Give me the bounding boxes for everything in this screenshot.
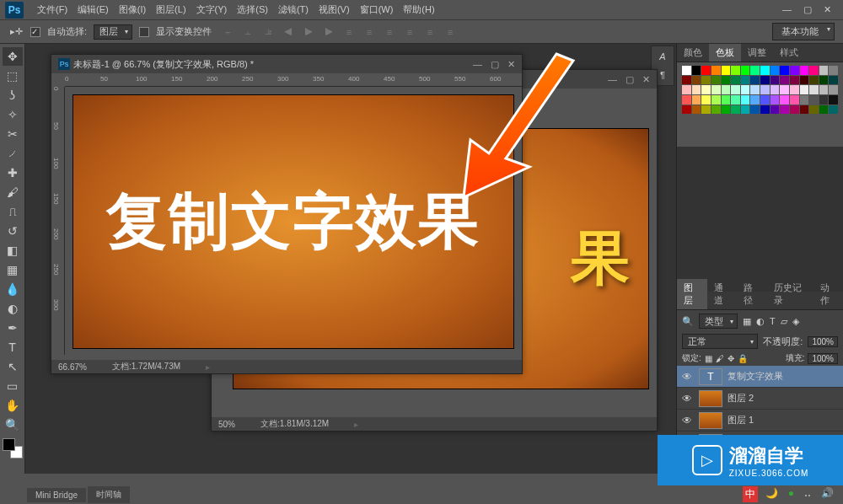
swatch-cell[interactable] bbox=[722, 66, 731, 75]
type-tool[interactable]: T bbox=[3, 338, 23, 357]
swatch-cell[interactable] bbox=[760, 95, 770, 105]
status-arrow-icon[interactable]: ▸ bbox=[206, 362, 210, 372]
doc-close-icon[interactable]: ✕ bbox=[507, 59, 515, 70]
swatch-cell[interactable] bbox=[760, 76, 770, 85]
swatch-cell[interactable] bbox=[829, 95, 838, 105]
distribute-6-icon[interactable]: ≡ bbox=[441, 24, 459, 40]
path-tool[interactable]: ↖ bbox=[3, 357, 23, 376]
swatch-cell[interactable] bbox=[750, 85, 760, 94]
swatch-cell[interactable] bbox=[771, 76, 780, 85]
visibility-icon[interactable]: 👁 bbox=[680, 415, 694, 426]
stamp-tool[interactable]: ⎍ bbox=[3, 202, 23, 221]
swatch-cell[interactable] bbox=[722, 95, 731, 105]
tab-swatches[interactable]: 色板 bbox=[709, 44, 741, 62]
maximize-icon[interactable]: ▢ bbox=[803, 4, 812, 15]
swatch-cell[interactable] bbox=[819, 66, 829, 75]
hand-tool[interactable]: ✋ bbox=[3, 396, 23, 415]
swatch-cell[interactable] bbox=[701, 76, 711, 85]
swatch-cell[interactable] bbox=[692, 105, 701, 115]
swatch-cell[interactable] bbox=[790, 66, 799, 75]
swatch-grid[interactable] bbox=[682, 66, 838, 114]
align-vcenter-icon[interactable]: ⫠ bbox=[239, 24, 257, 40]
lock-trans-icon[interactable]: ▦ bbox=[705, 354, 712, 363]
swatch-cell[interactable] bbox=[809, 105, 819, 115]
swatch-cell[interactable] bbox=[722, 85, 731, 94]
ruler-vertical[interactable]: 050100150200250300 bbox=[51, 87, 65, 355]
eyedropper-tool[interactable]: ⟋ bbox=[3, 144, 23, 163]
swatch-cell[interactable] bbox=[829, 76, 838, 85]
filter-icon[interactable]: 🔍 bbox=[682, 316, 694, 327]
tab-mini-bridge[interactable]: Mini Bridge bbox=[27, 488, 86, 502]
pen-tool[interactable]: ✒ bbox=[3, 319, 23, 337]
blend-mode-dropdown[interactable]: 正常 bbox=[682, 334, 758, 349]
tab-layers[interactable]: 图层 bbox=[677, 279, 707, 309]
align-hcenter-icon[interactable]: ⯈ bbox=[299, 24, 318, 40]
swatch-cell[interactable] bbox=[711, 95, 721, 105]
swatch-cell[interactable] bbox=[741, 95, 750, 105]
blur-tool[interactable]: 💧 bbox=[3, 280, 23, 298]
swatch-cell[interactable] bbox=[771, 95, 780, 105]
swatch-cell[interactable] bbox=[741, 76, 750, 85]
layer-thumbnail[interactable]: T bbox=[699, 368, 722, 385]
swatch-cell[interactable] bbox=[741, 85, 750, 94]
close-icon[interactable]: ✕ bbox=[824, 4, 831, 15]
filter-shape-icon[interactable]: ▱ bbox=[781, 316, 787, 327]
tab-history[interactable]: 历史记录 bbox=[767, 279, 813, 309]
dodge-tool[interactable]: ◐ bbox=[3, 299, 23, 318]
swatch-cell[interactable] bbox=[800, 66, 809, 75]
swatch-cell[interactable] bbox=[760, 66, 770, 75]
opacity-value[interactable]: 100% bbox=[808, 336, 838, 347]
swatch-cell[interactable] bbox=[819, 105, 829, 115]
swatch-cell[interactable] bbox=[800, 95, 809, 105]
menu-edit[interactable]: 编辑(E) bbox=[72, 3, 114, 16]
align-top-icon[interactable]: ⫟ bbox=[218, 24, 237, 40]
swatch-cell[interactable] bbox=[682, 105, 691, 115]
swatch-cell[interactable] bbox=[800, 105, 809, 115]
swatch-cell[interactable] bbox=[780, 66, 789, 75]
auto-select-dropdown[interactable]: 图层 bbox=[94, 24, 132, 40]
swatch-cell[interactable] bbox=[731, 95, 740, 105]
swatch-cell[interactable] bbox=[750, 76, 760, 85]
swatch-cell[interactable] bbox=[722, 105, 731, 115]
distribute-2-icon[interactable]: ≡ bbox=[360, 24, 379, 40]
swatch-cell[interactable] bbox=[819, 95, 829, 105]
swatch-cell[interactable] bbox=[711, 76, 721, 85]
swatch-cell[interactable] bbox=[771, 105, 780, 115]
document-window-front[interactable]: Ps 未标题-1 @ 66.7% (复制文字效果, RGB/8) * — ▢ ✕… bbox=[51, 54, 523, 374]
auto-select-checkbox[interactable] bbox=[30, 27, 40, 37]
filter-smart-icon[interactable]: ◈ bbox=[792, 316, 799, 327]
menu-window[interactable]: 窗口(W) bbox=[355, 3, 399, 16]
tab-actions[interactable]: 动作 bbox=[813, 279, 844, 309]
show-transform-checkbox[interactable] bbox=[139, 27, 149, 37]
minimize-icon[interactable]: — bbox=[782, 4, 792, 15]
swatch-cell[interactable] bbox=[760, 105, 770, 115]
menu-file[interactable]: 文件(F) bbox=[32, 3, 72, 16]
history-brush-tool[interactable]: ↺ bbox=[3, 222, 23, 240]
zoom-value-back[interactable]: 50% bbox=[218, 420, 235, 429]
swatch-cell[interactable] bbox=[750, 66, 760, 75]
wand-tool[interactable]: ✧ bbox=[3, 105, 23, 124]
swatch-cell[interactable] bbox=[711, 85, 721, 94]
color-swatches[interactable] bbox=[3, 438, 23, 458]
distribute-1-icon[interactable]: ≡ bbox=[340, 24, 358, 40]
lock-pos-icon[interactable]: ✥ bbox=[728, 354, 734, 363]
swatch-cell[interactable] bbox=[809, 85, 819, 94]
swatch-cell[interactable] bbox=[819, 76, 829, 85]
status-arrow-icon[interactable]: ▸ bbox=[354, 420, 358, 429]
tab-paths[interactable]: 路径 bbox=[737, 279, 767, 309]
layer-name[interactable]: 图层 2 bbox=[728, 392, 840, 405]
menu-image[interactable]: 图像(I) bbox=[114, 3, 151, 16]
swatch-cell[interactable] bbox=[741, 105, 750, 115]
brush-tool[interactable]: 🖌 bbox=[3, 183, 23, 201]
swatch-cell[interactable] bbox=[809, 66, 819, 75]
filter-pixel-icon[interactable]: ▦ bbox=[743, 316, 751, 327]
swatch-cell[interactable] bbox=[819, 85, 829, 94]
ime-moon-icon[interactable]: 🌙 bbox=[763, 486, 781, 502]
filter-type-icon[interactable]: T bbox=[770, 316, 776, 326]
menu-view[interactable]: 视图(V) bbox=[314, 3, 355, 16]
fill-value[interactable]: 100% bbox=[808, 353, 838, 364]
ime-dot-icon[interactable]: ● bbox=[786, 486, 797, 502]
ime-cn-icon[interactable]: 中 bbox=[743, 486, 758, 502]
menu-help[interactable]: 帮助(H) bbox=[398, 3, 439, 16]
ruler-horizontal[interactable]: 050100150200250300350400450500550600 bbox=[65, 73, 522, 87]
